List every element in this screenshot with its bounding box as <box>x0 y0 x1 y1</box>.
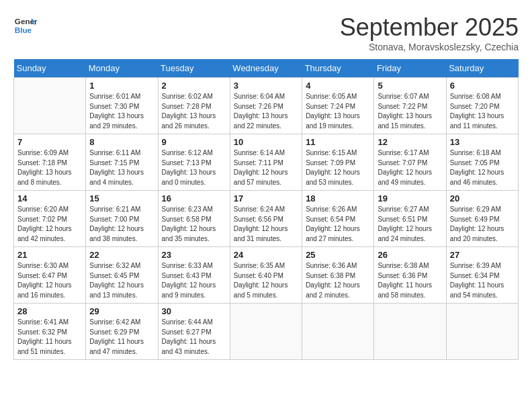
day-number: 16 <box>162 193 226 203</box>
day-number: 7 <box>17 137 82 147</box>
calendar-day-cell: 2Sunrise: 6:02 AM Sunset: 7:28 PM Daylig… <box>158 78 230 134</box>
calendar-day-cell: 25Sunrise: 6:36 AM Sunset: 6:38 PM Dayli… <box>302 247 374 304</box>
day-info: Sunrise: 6:44 AM Sunset: 6:27 PM Dayligh… <box>162 318 226 357</box>
calendar-week-row: 7Sunrise: 6:09 AM Sunset: 7:18 PM Daylig… <box>14 134 519 191</box>
calendar-day-cell: 27Sunrise: 6:39 AM Sunset: 6:34 PM Dayli… <box>446 247 518 304</box>
day-info: Sunrise: 6:07 AM Sunset: 7:22 PM Dayligh… <box>378 92 442 131</box>
day-of-week-header: Wednesday <box>230 59 302 78</box>
calendar-day-cell: 26Sunrise: 6:38 AM Sunset: 6:36 PM Dayli… <box>374 247 446 304</box>
calendar-day-cell: 5Sunrise: 6:07 AM Sunset: 7:22 PM Daylig… <box>374 78 446 134</box>
day-number: 15 <box>89 193 154 203</box>
day-info: Sunrise: 6:41 AM Sunset: 6:32 PM Dayligh… <box>17 318 82 357</box>
day-info: Sunrise: 6:14 AM Sunset: 7:11 PM Dayligh… <box>234 148 298 187</box>
calendar-week-row: 21Sunrise: 6:30 AM Sunset: 6:47 PM Dayli… <box>14 247 519 304</box>
day-of-week-header: Thursday <box>302 59 374 78</box>
logo-icon: General Blue <box>13 13 38 38</box>
day-info: Sunrise: 6:11 AM Sunset: 7:15 PM Dayligh… <box>89 148 154 187</box>
day-number: 11 <box>306 137 370 147</box>
day-info: Sunrise: 6:35 AM Sunset: 6:40 PM Dayligh… <box>234 261 298 300</box>
day-number: 17 <box>234 193 298 203</box>
location: Stonava, Moravskoslezsky, Czechia <box>340 42 519 52</box>
day-of-week-header: Tuesday <box>158 59 230 78</box>
svg-text:Blue: Blue <box>15 26 32 34</box>
day-info: Sunrise: 6:02 AM Sunset: 7:28 PM Dayligh… <box>162 92 226 131</box>
calendar-day-cell: 22Sunrise: 6:32 AM Sunset: 6:45 PM Dayli… <box>86 247 158 304</box>
calendar-day-cell <box>374 304 446 360</box>
calendar-day-cell: 4Sunrise: 6:05 AM Sunset: 7:24 PM Daylig… <box>302 78 374 134</box>
day-info: Sunrise: 6:01 AM Sunset: 7:30 PM Dayligh… <box>89 92 154 131</box>
day-info: Sunrise: 6:29 AM Sunset: 6:49 PM Dayligh… <box>450 205 515 244</box>
month-title: September 2025 <box>340 13 519 42</box>
day-number: 13 <box>450 137 515 147</box>
day-number: 21 <box>17 250 82 260</box>
calendar-day-cell: 30Sunrise: 6:44 AM Sunset: 6:27 PM Dayli… <box>158 304 230 360</box>
day-info: Sunrise: 6:26 AM Sunset: 6:54 PM Dayligh… <box>306 205 370 244</box>
day-info: Sunrise: 6:15 AM Sunset: 7:09 PM Dayligh… <box>306 148 370 187</box>
day-info: Sunrise: 6:23 AM Sunset: 6:58 PM Dayligh… <box>162 205 226 244</box>
calendar-day-cell: 12Sunrise: 6:17 AM Sunset: 7:07 PM Dayli… <box>374 134 446 191</box>
calendar-day-cell: 18Sunrise: 6:26 AM Sunset: 6:54 PM Dayli… <box>302 191 374 247</box>
calendar-day-cell <box>230 304 302 360</box>
day-info: Sunrise: 6:39 AM Sunset: 6:34 PM Dayligh… <box>450 261 515 300</box>
calendar-day-cell: 11Sunrise: 6:15 AM Sunset: 7:09 PM Dayli… <box>302 134 374 191</box>
day-info: Sunrise: 6:33 AM Sunset: 6:43 PM Dayligh… <box>162 261 226 300</box>
day-number: 3 <box>234 81 298 91</box>
calendar-day-cell: 21Sunrise: 6:30 AM Sunset: 6:47 PM Dayli… <box>14 247 86 304</box>
calendar-day-cell: 9Sunrise: 6:12 AM Sunset: 7:13 PM Daylig… <box>158 134 230 191</box>
day-number: 8 <box>89 137 154 147</box>
day-info: Sunrise: 6:17 AM Sunset: 7:07 PM Dayligh… <box>378 148 442 187</box>
day-info: Sunrise: 6:18 AM Sunset: 7:05 PM Dayligh… <box>450 148 515 187</box>
day-of-week-header: Sunday <box>14 59 86 78</box>
calendar-day-cell: 15Sunrise: 6:21 AM Sunset: 7:00 PM Dayli… <box>86 191 158 247</box>
day-of-week-header: Monday <box>86 59 158 78</box>
day-info: Sunrise: 6:24 AM Sunset: 6:56 PM Dayligh… <box>234 205 298 244</box>
calendar-day-cell: 23Sunrise: 6:33 AM Sunset: 6:43 PM Dayli… <box>158 247 230 304</box>
day-number: 28 <box>17 306 82 316</box>
day-info: Sunrise: 6:05 AM Sunset: 7:24 PM Dayligh… <box>306 92 370 131</box>
calendar-day-cell: 29Sunrise: 6:42 AM Sunset: 6:29 PM Dayli… <box>86 304 158 360</box>
calendar-table: SundayMondayTuesdayWednesdayThursdayFrid… <box>13 59 519 360</box>
day-number: 26 <box>378 250 442 260</box>
day-of-week-header: Friday <box>374 59 446 78</box>
day-number: 6 <box>450 81 515 91</box>
calendar-week-row: 28Sunrise: 6:41 AM Sunset: 6:32 PM Dayli… <box>14 304 519 360</box>
day-number: 9 <box>162 137 226 147</box>
day-number: 18 <box>306 193 370 203</box>
calendar-day-cell: 24Sunrise: 6:35 AM Sunset: 6:40 PM Dayli… <box>230 247 302 304</box>
day-number: 25 <box>306 250 370 260</box>
calendar-day-cell: 3Sunrise: 6:04 AM Sunset: 7:26 PM Daylig… <box>230 78 302 134</box>
calendar-day-cell: 1Sunrise: 6:01 AM Sunset: 7:30 PM Daylig… <box>86 78 158 134</box>
calendar-day-cell: 6Sunrise: 6:08 AM Sunset: 7:20 PM Daylig… <box>446 78 518 134</box>
day-number: 19 <box>378 193 442 203</box>
day-number: 5 <box>378 81 442 91</box>
calendar-day-cell <box>446 304 518 360</box>
day-number: 23 <box>162 250 226 260</box>
day-info: Sunrise: 6:21 AM Sunset: 7:00 PM Dayligh… <box>89 205 154 244</box>
day-number: 14 <box>17 193 82 203</box>
day-number: 2 <box>162 81 226 91</box>
day-number: 10 <box>234 137 298 147</box>
day-info: Sunrise: 6:36 AM Sunset: 6:38 PM Dayligh… <box>306 261 370 300</box>
calendar-day-cell: 14Sunrise: 6:20 AM Sunset: 7:02 PM Dayli… <box>14 191 86 247</box>
day-number: 4 <box>306 81 370 91</box>
calendar-week-row: 14Sunrise: 6:20 AM Sunset: 7:02 PM Dayli… <box>14 191 519 247</box>
calendar-day-cell: 19Sunrise: 6:27 AM Sunset: 6:51 PM Dayli… <box>374 191 446 247</box>
calendar-day-cell: 17Sunrise: 6:24 AM Sunset: 6:56 PM Dayli… <box>230 191 302 247</box>
day-number: 20 <box>450 193 515 203</box>
calendar-day-cell <box>302 304 374 360</box>
day-info: Sunrise: 6:04 AM Sunset: 7:26 PM Dayligh… <box>234 92 298 131</box>
day-number: 30 <box>162 306 226 316</box>
day-info: Sunrise: 6:20 AM Sunset: 7:02 PM Dayligh… <box>17 205 82 244</box>
calendar-day-cell: 10Sunrise: 6:14 AM Sunset: 7:11 PM Dayli… <box>230 134 302 191</box>
day-number: 27 <box>450 250 515 260</box>
day-info: Sunrise: 6:08 AM Sunset: 7:20 PM Dayligh… <box>450 92 515 131</box>
day-number: 1 <box>89 81 154 91</box>
logo: General Blue <box>13 13 38 38</box>
day-number: 12 <box>378 137 442 147</box>
calendar-day-cell: 20Sunrise: 6:29 AM Sunset: 6:49 PM Dayli… <box>446 191 518 247</box>
calendar-day-cell: 16Sunrise: 6:23 AM Sunset: 6:58 PM Dayli… <box>158 191 230 247</box>
day-info: Sunrise: 6:38 AM Sunset: 6:36 PM Dayligh… <box>378 261 442 300</box>
calendar-day-cell: 13Sunrise: 6:18 AM Sunset: 7:05 PM Dayli… <box>446 134 518 191</box>
day-of-week-header: Saturday <box>446 59 518 78</box>
day-info: Sunrise: 6:12 AM Sunset: 7:13 PM Dayligh… <box>162 148 226 187</box>
